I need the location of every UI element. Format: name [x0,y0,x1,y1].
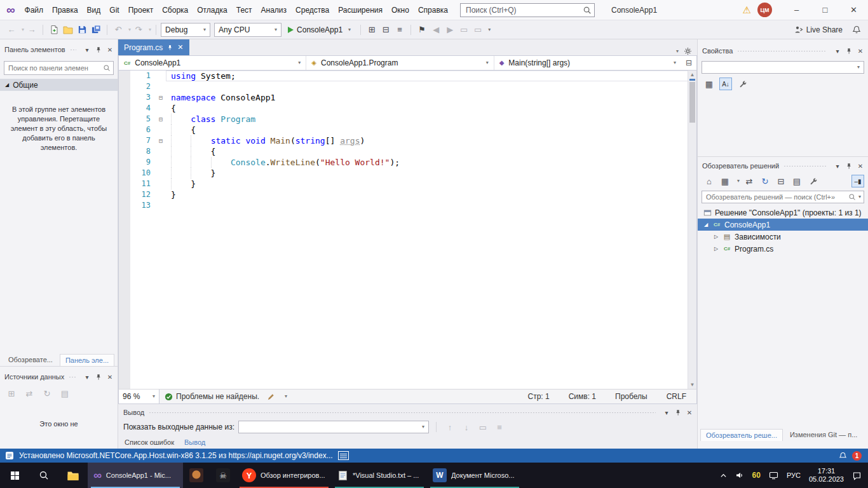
solution-explorer-search[interactable]: ▾ [702,191,864,203]
data-sources-header[interactable]: Источники данных ▾ ✕ [0,370,118,383]
output-header[interactable]: Вывод ▾ ✕ [118,407,697,418]
configure-icon[interactable]: ▤ [58,387,71,400]
window-layout-icon[interactable]: ⊟ [379,24,392,36]
close-button[interactable]: ✕ [839,0,868,20]
document-outline-icon[interactable]: ⊞ [365,24,378,36]
tab-git-changes[interactable]: Изменения Git — п... [784,428,863,441]
warning-icon[interactable]: ⚠ [743,5,751,15]
expander-collapsed-icon[interactable]: ▷ [713,246,719,252]
menu-project[interactable]: Проект [124,4,158,17]
add-data-source-icon[interactable]: ⊞ [5,387,18,400]
tree-item-solution[interactable]: Решение "ConsoleApp1" (проекты: 1 из 1) [698,207,868,219]
code-text[interactable]: using System; [166,71,696,81]
menu-edit[interactable]: Правка [48,4,83,17]
navigate-forward-icon[interactable]: → [25,24,38,36]
toggle-bookmark-icon[interactable]: ⚑ [416,24,428,36]
tab-error-list[interactable]: Список ошибок [125,438,174,446]
next-message-icon[interactable]: ↓ [460,421,473,433]
taskbar-yandex-button[interactable]: Y Обзор интегриров... [236,463,332,488]
line-number[interactable]: 12 [130,189,156,200]
minimize-button[interactable]: – [782,0,811,20]
start-button[interactable] [0,463,29,488]
maximize-button[interactable]: □ [811,0,839,20]
scrollbar-thumb[interactable] [689,82,695,123]
line-number[interactable]: 3 [130,92,156,103]
code-line-9[interactable]: 9 Console.WriteLine("Hello World!"); [119,157,696,168]
window-position-icon[interactable]: ▾ [82,44,92,55]
code-line-4[interactable]: 4{ [119,103,696,114]
tree-item-project[interactable]: ◢ C# ConsoleApp1 [698,219,868,231]
fold-collapse-icon[interactable]: ⊟ [156,135,166,146]
code-line-6[interactable]: 6 { [119,125,696,135]
object-dropdown[interactable]: ▾ [702,61,864,74]
file-explorer-button[interactable] [58,463,88,488]
tray-expand-icon[interactable] [720,472,727,479]
volume-icon[interactable] [735,471,744,480]
solution-search-input[interactable] [706,193,848,201]
menu-analyze[interactable]: Анализ [257,4,292,17]
start-debugging-button[interactable]: ConsoleApp1 ▾ [283,22,356,37]
code-text[interactable]: } [166,179,696,189]
close-icon[interactable]: ✕ [855,46,865,56]
expander-expanded-icon[interactable]: ◢ [703,222,709,227]
code-line-13[interactable]: 13 [119,200,696,211]
expander-collapsed-icon[interactable]: ▷ [713,234,719,240]
code-cleanup-icon[interactable] [264,390,277,403]
chevron-down-icon[interactable]: ▾ [128,27,131,32]
taskbar-search-button[interactable] [29,463,58,488]
line-operations-icon[interactable]: ≡ [393,24,406,36]
line-number[interactable]: 8 [130,146,156,157]
zoom-dropdown[interactable]: 96 % ▾ [119,390,159,403]
tree-item-program-cs[interactable]: ▷ C# Program.cs [698,243,868,255]
code-line-5[interactable]: 5⊟ class Program [119,114,696,125]
next-bookmark-icon[interactable]: ▶ [444,24,456,36]
split-window-icon[interactable]: ⊟ [681,56,696,70]
action-center-icon[interactable] [852,471,862,480]
menu-test[interactable]: Тест [232,4,257,17]
tab-server-explorer[interactable]: Обозревате... [3,353,58,366]
code-line-1[interactable]: 1using System; [119,71,696,81]
solution-platforms-dropdown[interactable]: Any CPU▾ [214,23,281,37]
clock[interactable]: 17:31 05.02.2023 [809,467,844,484]
tab-program-cs[interactable]: Program.cs ✕ [118,39,189,55]
code-text[interactable]: namespace ConsoleApp1 [166,92,696,103]
line-number[interactable]: 11 [130,179,156,189]
window-position-icon[interactable]: ▾ [832,46,843,56]
sync-active-document-icon[interactable]: ⇄ [743,175,756,187]
language-indicator[interactable]: РУС [787,471,801,479]
comment-icon[interactable]: ▭ [458,24,470,36]
refresh-icon[interactable]: ↻ [759,175,771,187]
line-number[interactable]: 1 [130,71,156,81]
output-source-dropdown[interactable]: ▾ [238,421,429,433]
menu-help[interactable]: Справка [414,4,452,17]
edit-data-source-icon[interactable]: ⇄ [23,387,36,400]
solution-configurations-dropdown[interactable]: Debug▾ [161,23,210,37]
fold-collapse-icon[interactable]: ⊟ [156,114,166,125]
close-icon[interactable]: ✕ [684,407,695,417]
menu-debug[interactable]: Отладка [193,4,231,17]
refresh-icon[interactable]: ↻ [41,387,53,400]
clear-all-icon[interactable]: ▭ [477,421,489,433]
code-text[interactable]: { [166,146,696,157]
fold-collapse-icon[interactable]: ⊟ [156,92,166,103]
scroll-down-icon[interactable]: ▼ [688,382,696,388]
window-position-icon[interactable]: ▾ [832,161,843,171]
redo-icon[interactable]: ↷ [132,24,145,36]
taskbar-visual-studio-button[interactable]: ∞ ConsoleApp1 - Mic... [88,463,183,488]
code-line-11[interactable]: 11 } [119,179,696,189]
solution-explorer-header[interactable]: Обозреватель решений ▾ ✕ [698,159,868,172]
display-icon[interactable] [769,471,778,480]
pin-icon[interactable] [844,161,854,171]
preview-selected-items-icon[interactable]: –▮ [851,175,864,187]
home-icon[interactable]: ⌂ [703,175,715,187]
properties-icon[interactable] [806,175,819,187]
type-dropdown[interactable]: ◈ ConsoleApp1.Program ▾ [306,56,494,70]
word-wrap-icon[interactable]: ≡ [493,421,506,433]
quick-search-input[interactable] [466,6,583,15]
chevron-down-icon[interactable]: ▾ [858,194,861,200]
uncomment-icon[interactable]: ▭ [471,24,484,36]
navigate-back-icon[interactable]: ← [5,24,18,36]
line-number[interactable]: 6 [130,125,156,135]
line-number[interactable]: 9 [130,157,156,168]
save-icon[interactable] [76,24,88,36]
